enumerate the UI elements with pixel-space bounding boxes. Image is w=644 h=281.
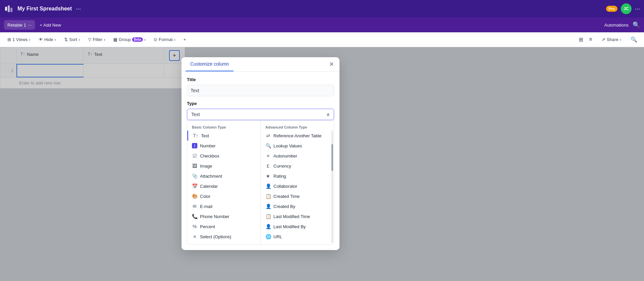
autonumber-type-icon: ≡: [266, 153, 271, 159]
toolbar-search-button[interactable]: 🔍: [628, 35, 640, 44]
filter-button[interactable]: ▽ Filter ›: [85, 35, 109, 44]
logo: [4, 4, 13, 13]
type-dropdown-panel: Basic Column Type T↑ Text 1 Number ☑ Che…: [187, 120, 334, 245]
number-type-icon: 1: [192, 143, 197, 148]
type-item-currency[interactable]: £ Currency: [261, 161, 334, 171]
share-button[interactable]: ⇗ Share ›: [598, 35, 625, 44]
modal-tab-customize[interactable]: Customize column: [186, 57, 234, 71]
add-toolbar-button[interactable]: +: [180, 35, 190, 44]
modal-close-button[interactable]: ✕: [328, 59, 335, 69]
reference-type-icon: ⇄: [266, 133, 271, 138]
automations-button[interactable]: Automations: [604, 23, 629, 28]
type-item-last-modified-by[interactable]: 👤 Last Modified By: [261, 221, 334, 232]
collaborator-type-label: Collaborator: [274, 184, 297, 189]
type-item-attachment[interactable]: 📎 Attachment: [187, 171, 260, 181]
group-badge: Beta: [132, 37, 143, 42]
avatar[interactable]: JC: [621, 3, 632, 14]
calendar-type-label: Calendar: [200, 184, 218, 189]
type-item-lookup[interactable]: 🔍 Lookup Values: [261, 141, 334, 151]
type-item-image[interactable]: 🖼 Image: [187, 161, 260, 171]
hide-button[interactable]: 👁 Hide ›: [35, 35, 59, 44]
format-label: Format: [159, 37, 172, 42]
type-item-url[interactable]: 🌐 URL: [261, 232, 334, 242]
type-item-last-modified-time[interactable]: 📋 Last Modified Time: [261, 211, 334, 221]
type-item-color[interactable]: 🎨 Color: [187, 191, 260, 201]
sheet-area: T↑ Name T↑ Text + ⋮⋮ 1 Enter to add new …: [0, 47, 644, 281]
views-button[interactable]: ⊞ 1 Views ›: [4, 35, 34, 44]
share-chevron: ›: [620, 37, 621, 42]
group-button[interactable]: ▦ Group Beta ›: [110, 35, 149, 44]
toolbar-right: ⊞ ≡ ⇗ Share › 🔍: [576, 35, 640, 44]
sort-button[interactable]: ⇅ Sort ›: [61, 35, 83, 44]
toolbar: ⊞ 1 Views › 👁 Hide › ⇅ Sort › ▽ Filter ›…: [0, 32, 644, 47]
color-type-icon: 🎨: [192, 194, 197, 199]
add-toolbar-icon: +: [184, 37, 186, 42]
app-more-button[interactable]: ···: [76, 5, 81, 12]
type-item-reference[interactable]: ⇄ Reference Another Table: [261, 131, 334, 141]
tab-retable1-label: Retable 1: [7, 23, 26, 28]
sort-icon: ⇅: [64, 37, 68, 42]
last-modified-by-type-label: Last Modified By: [274, 224, 306, 229]
top-bar-more-button[interactable]: ···: [635, 5, 640, 12]
color-type-label: Color: [200, 194, 210, 199]
chevron-up-icon: ∧: [326, 112, 330, 117]
type-item-autonumber[interactable]: ≡ Autonumber: [261, 151, 334, 161]
created-by-type-label: Created By: [274, 204, 295, 209]
modal-overlay[interactable]: Customize column ✕ Title Type Text ∧ Bas…: [0, 47, 644, 281]
type-select-button[interactable]: Text ∧: [187, 109, 334, 120]
type-item-text[interactable]: T↑ Text: [187, 131, 260, 141]
type-item-calendar[interactable]: 📅 Calendar: [187, 181, 260, 191]
select-type-icon: ≡: [192, 234, 197, 239]
email-type-icon: ✉: [192, 204, 197, 209]
type-item-created-by[interactable]: 👤 Created By: [261, 201, 334, 211]
type-item-checkbox[interactable]: ☑ Checkbox: [187, 151, 260, 161]
views-label: 1 Views: [12, 37, 28, 42]
filter-label: Filter: [93, 37, 103, 42]
tab-bar-right: Automations 🔍: [604, 21, 640, 29]
phone-type-icon: 📞: [192, 214, 197, 219]
tab-add-new[interactable]: + Add New: [36, 21, 64, 30]
image-type-label: Image: [200, 164, 212, 169]
phone-type-label: Phone Number: [200, 214, 229, 219]
format-button[interactable]: ⊙ Format ›: [150, 35, 179, 44]
title-input[interactable]: [187, 85, 334, 96]
image-type-icon: 🖼: [192, 163, 197, 169]
number-type-label: Number: [200, 143, 215, 148]
title-label: Title: [187, 77, 334, 82]
attachment-type-label: Attachment: [200, 174, 222, 179]
text-type-label: Text: [201, 133, 209, 138]
list-view-button[interactable]: ≡: [587, 35, 595, 44]
type-item-number[interactable]: 1 Number: [187, 141, 260, 151]
currency-type-label: Currency: [274, 164, 291, 169]
group-icon: ▦: [113, 37, 117, 42]
type-item-email[interactable]: ✉ E-mail: [187, 201, 260, 211]
last-modified-time-type-icon: 📋: [266, 214, 271, 219]
modal-tab-bar: Customize column ✕: [182, 57, 339, 72]
type-item-select[interactable]: ≡ Select (Options): [187, 232, 260, 242]
type-item-phone[interactable]: 📞 Phone Number: [187, 211, 260, 221]
tab-retable1[interactable]: Retable 1 ···: [4, 20, 35, 30]
type-item-created-time[interactable]: 📋 Created Time: [261, 191, 334, 201]
type-item-rating[interactable]: ★ Rating: [261, 171, 334, 181]
scrollbar-thumb[interactable]: [331, 144, 333, 171]
view-toggle: ⊞ ≡: [576, 35, 595, 44]
collaborator-type-icon: 👤: [266, 183, 271, 189]
format-icon: ⊙: [154, 37, 157, 42]
checkbox-type-icon: ☑: [192, 153, 197, 159]
type-item-collaborator[interactable]: 👤 Collaborator: [261, 181, 334, 191]
sort-label: Sort: [69, 37, 77, 42]
percent-type-label: Percent: [200, 224, 215, 229]
advanced-col: Advanced Column Type ⇄ Reference Another…: [260, 120, 334, 244]
advanced-section-title: Advanced Column Type: [261, 123, 334, 131]
filter-chevron: ›: [104, 37, 105, 42]
share-icon: ⇗: [602, 37, 605, 42]
autonumber-type-label: Autonumber: [274, 153, 297, 159]
top-bar-right: Pro JC ···: [606, 3, 640, 14]
created-by-type-icon: 👤: [266, 204, 271, 209]
tab-retable1-dots[interactable]: ···: [28, 22, 32, 28]
type-item-percent[interactable]: % Percent: [187, 221, 260, 232]
last-modified-time-type-label: Last Modified Time: [274, 214, 310, 219]
group-label: Group: [119, 37, 131, 42]
grid-view-button[interactable]: ⊞: [576, 35, 586, 44]
search-icon[interactable]: 🔍: [633, 21, 640, 29]
